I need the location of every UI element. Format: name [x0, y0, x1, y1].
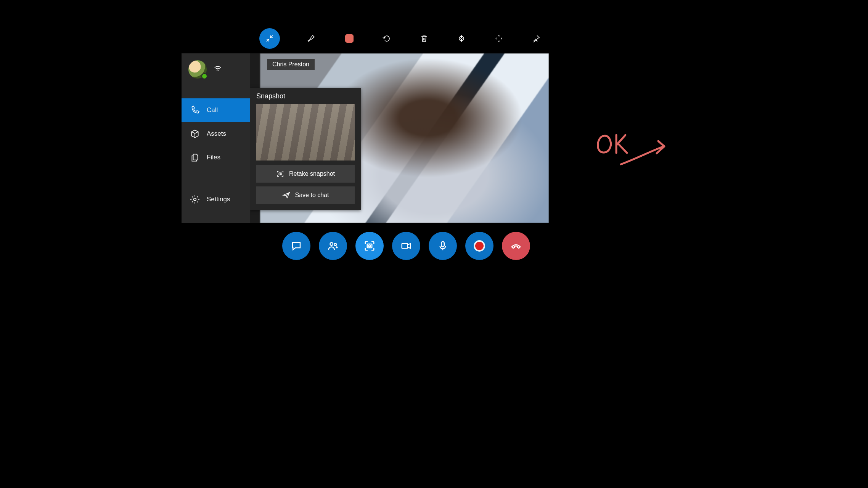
sidebar-item-label: Call: [207, 106, 218, 114]
svg-rect-9: [402, 244, 408, 249]
stop-icon[interactable]: [344, 33, 355, 44]
sidebar-item-call[interactable]: Call: [182, 98, 250, 122]
sidebar-item-settings[interactable]: Settings: [182, 188, 250, 211]
mic-toggle-button[interactable]: [429, 232, 457, 260]
svg-point-2: [194, 198, 196, 201]
box-icon: [190, 129, 200, 139]
avatar-row: [182, 53, 250, 83]
snapshot-title: Snapshot: [256, 92, 355, 100]
files-icon: [190, 152, 200, 162]
svg-point-1: [461, 38, 462, 39]
minimize-icon[interactable]: [259, 28, 280, 49]
svg-point-4: [280, 173, 281, 175]
wifi-icon: [214, 64, 222, 74]
pin-icon[interactable]: [531, 33, 542, 44]
presence-indicator: [201, 73, 207, 79]
save-to-chat-button[interactable]: Save to chat: [256, 186, 355, 204]
sidebar-item-label: Assets: [207, 130, 226, 138]
expand-icon[interactable]: [493, 33, 504, 44]
snapshot-popover: Snapshot Retake snapshot Save to chat: [250, 88, 361, 210]
video-toggle-button[interactable]: [392, 232, 420, 260]
target-icon[interactable]: [456, 33, 467, 44]
app-window: Call Assets Files Settings: [182, 53, 549, 223]
chat-button[interactable]: [282, 232, 310, 260]
record-button[interactable]: [465, 232, 493, 260]
svg-point-8: [369, 245, 371, 247]
save-label: Save to chat: [295, 192, 329, 199]
stage: Call Assets Files Settings: [156, 0, 712, 311]
handwritten-annotation: [594, 128, 670, 170]
pen-icon[interactable]: [307, 33, 317, 44]
sidebar-item-assets[interactable]: Assets: [182, 122, 250, 146]
participant-name: Chris Preston: [272, 61, 309, 67]
sidebar-item-files[interactable]: Files: [182, 146, 250, 169]
nav-bottom: Settings: [182, 188, 250, 211]
svg-rect-10: [441, 242, 444, 247]
retake-label: Retake snapshot: [289, 170, 335, 177]
svg-point-6: [334, 243, 336, 246]
svg-point-5: [330, 242, 333, 246]
avatar[interactable]: [188, 60, 207, 79]
participant-name-tag: Chris Preston: [267, 59, 315, 70]
camera-frame-icon: [276, 170, 285, 178]
nav: Call Assets Files: [182, 98, 250, 169]
snapshot-thumbnail[interactable]: [256, 104, 355, 161]
send-icon: [282, 191, 291, 199]
end-call-button[interactable]: [502, 232, 530, 260]
phone-icon: [190, 105, 200, 115]
call-toolbar: [282, 232, 530, 260]
trash-icon[interactable]: [419, 33, 429, 44]
undo-icon[interactable]: [381, 33, 392, 44]
sidebar-item-label: Settings: [207, 196, 230, 203]
gear-icon: [190, 194, 200, 204]
add-participant-button[interactable]: [319, 232, 347, 260]
sidebar: Call Assets Files Settings: [182, 53, 250, 223]
main-area: Chris Preston Snapshot Retake snapshot S…: [250, 53, 549, 223]
sidebar-item-label: Files: [207, 154, 220, 161]
record-indicator-icon: [475, 242, 484, 250]
retake-snapshot-button[interactable]: Retake snapshot: [256, 165, 355, 183]
snapshot-button[interactable]: [355, 232, 384, 260]
top-toolbar: [259, 28, 542, 49]
